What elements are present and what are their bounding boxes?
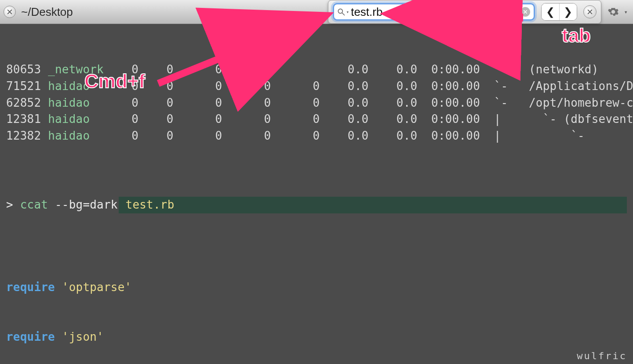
titlebar: ~/Desktop ▾ ❮ ❯ ▾ [0, 0, 633, 24]
process-row: 71521 haidao 0 0 0 0 0 0.0 0.0 0:00.00 `… [6, 78, 627, 95]
search-input[interactable] [351, 5, 520, 19]
process-table: 80653 _network 0 0 0 0 0.0 0.0 0:00.00 `… [6, 61, 627, 144]
close-find-button[interactable] [583, 5, 597, 18]
clear-search-button[interactable] [520, 7, 530, 17]
close-icon [7, 9, 13, 15]
search-field[interactable]: ▾ [333, 3, 535, 21]
process-row: 12381 haidao 0 0 0 0 0 0.0 0.0 0:00.00 |… [6, 111, 627, 128]
svg-line-1 [342, 13, 344, 15]
svg-point-0 [338, 9, 342, 13]
command-flag: --bg=dark [55, 197, 118, 213]
find-panel: ▾ ❮ ❯ [328, 0, 601, 24]
prompt-symbol: > [6, 197, 13, 213]
terminal-output[interactable]: 80653 _network 0 0 0 0 0.0 0.0 0:00.00 `… [0, 24, 633, 364]
tab-title: ~/Desktop [21, 5, 73, 19]
find-next-button[interactable]: ❯ [559, 4, 577, 20]
prompt-line: > ccat --bg=dark test.rb [6, 197, 627, 213]
close-icon [523, 10, 528, 14]
tab-close-button[interactable] [4, 6, 16, 18]
close-icon [587, 9, 593, 15]
find-prev-button[interactable]: ❮ [542, 4, 559, 20]
search-options-chevron[interactable]: ▾ [346, 9, 349, 15]
process-row: 80653 _network 0 0 0 0 0.0 0.0 0:00.00 `… [6, 61, 627, 78]
gear-icon[interactable] [608, 6, 619, 18]
find-nav: ❮ ❯ [541, 3, 577, 21]
search-icon [337, 7, 346, 16]
command-arg: test.rb [126, 198, 175, 211]
chevron-down-icon[interactable]: ▾ [624, 8, 628, 15]
process-row: 62852 haidao 0 0 0 0 0 0.0 0.0 0:00.00 `… [6, 95, 627, 112]
process-row: 12382 haidao 0 0 0 0 0 0.0 0.0 0:00.00 |… [6, 128, 627, 144]
command-bin: ccat [20, 197, 48, 213]
